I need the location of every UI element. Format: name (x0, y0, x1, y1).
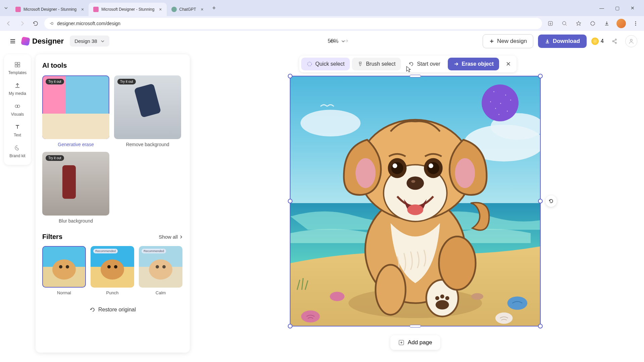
rail-label: Templates (8, 70, 27, 75)
svg-point-0 (50, 23, 51, 24)
rail-label: My media (9, 91, 26, 96)
tool-label: Generative erase (42, 142, 109, 147)
erase-selection-marker[interactable] (482, 84, 519, 121)
tab-search-dropdown[interactable] (3, 5, 9, 11)
install-app-icon[interactable] (546, 19, 555, 28)
ai-tool-generative-erase[interactable]: Try it out Generative erase (42, 75, 109, 147)
side-panel: AI tools Try it out Generative erase Try… (36, 54, 190, 353)
hamburger-menu-icon[interactable] (7, 35, 19, 47)
rail-templates[interactable]: Templates (7, 58, 28, 78)
downloads-icon[interactable] (602, 19, 611, 28)
close-window-icon[interactable]: ✕ (628, 3, 637, 13)
resize-handle-bl[interactable] (288, 324, 292, 328)
restore-icon (90, 307, 96, 313)
svg-point-43 (435, 296, 439, 300)
svg-point-52 (391, 162, 403, 174)
rail-label: Text (14, 133, 21, 137)
close-icon[interactable]: × (81, 7, 84, 12)
rail-text[interactable]: Text (7, 120, 28, 141)
svg-point-38 (495, 312, 513, 324)
add-page-button[interactable]: Add page (390, 335, 440, 350)
filter-normal[interactable]: Normal (42, 246, 86, 295)
svg-point-29 (301, 110, 361, 136)
reload-icon[interactable] (31, 19, 40, 28)
ai-tool-blur-background[interactable]: Try it out Blur background (42, 152, 109, 224)
zoom-indicator-icon[interactable] (560, 19, 569, 28)
chevron-right-icon (179, 235, 183, 239)
share-icon[interactable] (608, 35, 621, 47)
coin-icon (591, 38, 599, 45)
resize-handle-tl[interactable] (288, 74, 292, 78)
resize-handle-br[interactable] (538, 324, 543, 328)
resize-handle-top[interactable] (410, 75, 421, 77)
button-label: Quick select (315, 61, 344, 67)
app-logo[interactable]: Designer (21, 37, 64, 46)
tab-title: Microsoft Designer - Stunning (101, 7, 154, 12)
canvas-selection-frame[interactable] (290, 76, 541, 326)
resize-handle-tr[interactable] (538, 74, 543, 78)
filter-punch[interactable]: Recommended Punch (91, 246, 134, 295)
svg-point-34 (330, 292, 344, 301)
rail-label: Brand kit (9, 154, 25, 158)
design-name-dropdown[interactable]: Design 38 (70, 36, 109, 47)
thumbnail (42, 246, 86, 288)
bookmark-icon[interactable] (574, 19, 583, 28)
restore-original-button[interactable]: Restore original (85, 304, 141, 315)
svg-point-49 (455, 158, 475, 188)
filter-calm[interactable]: Recommended Calm (139, 246, 182, 295)
browser-tab-3[interactable]: ChatGPT × (167, 3, 208, 16)
maximize-icon[interactable]: ▢ (612, 3, 622, 13)
ai-tool-remove-background[interactable]: Try it out Remove background (114, 75, 181, 147)
minimize-icon[interactable]: — (597, 3, 606, 13)
url-text: designer.microsoft.com/design (57, 21, 120, 26)
kebab-menu-icon[interactable] (631, 19, 640, 28)
recommended-badge: Recommended (142, 249, 166, 253)
close-toolbar-icon[interactable]: ✕ (502, 58, 515, 70)
button-label: Erase object (462, 61, 494, 67)
resize-handle-mr[interactable] (538, 199, 543, 203)
address-bar[interactable]: designer.microsoft.com/design (44, 18, 542, 29)
svg-point-40 (376, 265, 406, 315)
close-icon[interactable]: × (159, 7, 162, 12)
svg-point-6 (635, 25, 636, 26)
rail-my-media[interactable]: My media (7, 78, 28, 99)
browser-tab-2-active[interactable]: Microsoft Designer - Stunning × (89, 3, 166, 16)
svg-point-55 (427, 162, 439, 174)
site-info-icon[interactable] (49, 21, 54, 26)
plus-box-icon (398, 340, 405, 346)
svg-point-26 (308, 62, 312, 66)
quick-select-button[interactable]: Quick select (301, 58, 350, 70)
new-tab-button[interactable]: + (208, 5, 220, 12)
extensions-icon[interactable] (588, 19, 597, 28)
profile-avatar[interactable] (616, 19, 626, 28)
resize-handle-bottom[interactable] (410, 325, 421, 327)
svg-point-57 (407, 176, 424, 190)
undo-icon[interactable] (328, 37, 337, 46)
filters-heading: Filters (42, 233, 62, 241)
close-icon[interactable]: × (201, 7, 204, 12)
plus-icon (489, 39, 494, 44)
user-profile-icon[interactable] (625, 35, 637, 47)
brush-select-button[interactable]: Brush select (352, 58, 401, 70)
new-design-button[interactable]: New design (483, 34, 533, 48)
show-all-label: Show all (159, 234, 178, 240)
resize-handle-ml[interactable] (288, 199, 292, 203)
templates-icon (14, 61, 21, 68)
credits-indicator[interactable]: 4 (591, 38, 604, 45)
rail-visuals[interactable]: Visuals (7, 99, 28, 120)
rail-brand-kit[interactable]: Brand kit (7, 141, 28, 162)
forward-icon[interactable] (17, 19, 27, 28)
brush-icon (357, 61, 363, 67)
browser-tab-1[interactable]: Microsoft Designer - Stunning × (11, 3, 89, 16)
svg-rect-1 (51, 22, 53, 24)
download-button[interactable]: Download (538, 35, 587, 48)
left-tool-rail: Templates My media Visuals Text Brand ki… (4, 54, 31, 165)
erase-object-button[interactable]: Erase object (448, 58, 499, 70)
rotate-handle[interactable] (545, 195, 557, 207)
show-all-link[interactable]: Show all (159, 234, 183, 240)
credits-count: 4 (601, 38, 604, 44)
redo-icon[interactable] (341, 37, 350, 46)
back-icon[interactable] (4, 19, 13, 28)
svg-point-17 (52, 259, 76, 280)
svg-rect-14 (18, 65, 20, 67)
